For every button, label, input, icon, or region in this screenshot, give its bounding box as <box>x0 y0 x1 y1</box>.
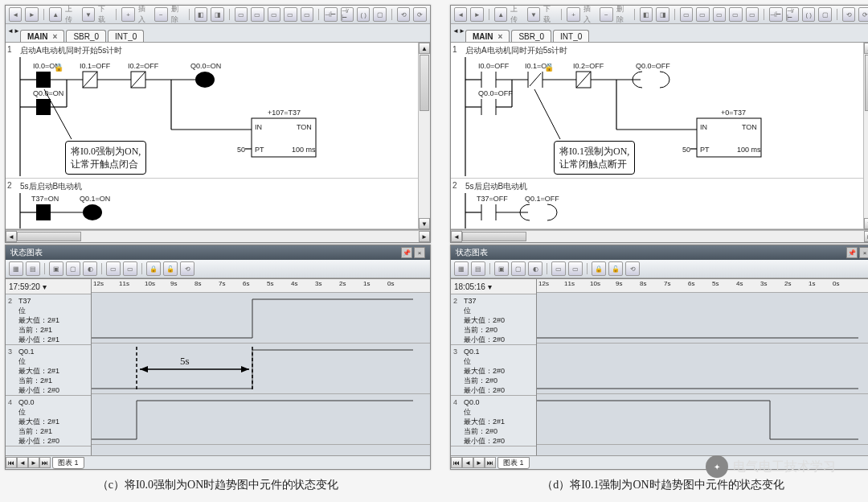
contact-nc-icon[interactable]: ⊣/⊢ <box>786 7 799 22</box>
trend-var-row[interactable]: 3 Q0.1位 最大值：2#0当前：2#0最小值：2#0 <box>451 345 536 396</box>
chart-tab[interactable]: 图表 1 <box>52 457 84 469</box>
download-icon[interactable]: ▼ <box>82 7 95 22</box>
tab-sbr0[interactable]: SBR_0 <box>66 30 106 42</box>
ladder-canvas[interactable]: 1 启动A电动机同时开始5s计时 I0.0=OFF I0.1=ON🔒 I0.2=… <box>451 43 868 230</box>
tool-icon[interactable]: ⟳ <box>858 7 868 22</box>
tool-icon[interactable]: ▢ <box>66 261 80 276</box>
nav-first-icon[interactable]: ⏮ <box>451 457 462 468</box>
ladder-canvas[interactable]: 1 启动A电动机同时开始5s计时 I0.0=ON 🔒 I0.1=OFF I0.2… <box>6 43 430 230</box>
tool-icon[interactable]: ▭ <box>235 7 248 22</box>
tool-icon[interactable]: ◧ <box>194 7 207 22</box>
tool-icon[interactable]: ◧ <box>640 7 653 22</box>
close-icon[interactable]: × <box>859 247 868 258</box>
tool-icon[interactable]: ▭ <box>251 7 264 22</box>
chart-tab[interactable]: 图表 1 <box>497 457 530 469</box>
tool-icon[interactable]: ▭ <box>696 7 709 22</box>
tool-icon[interactable]: ▭ <box>106 261 121 276</box>
tab-nav-right-icon[interactable]: ► <box>14 27 20 35</box>
nav-first-icon[interactable]: ⏮ <box>6 457 17 468</box>
pin-icon[interactable]: 📌 <box>401 247 412 258</box>
tool-icon[interactable]: 🔒 <box>592 261 606 276</box>
delete-icon[interactable]: − <box>154 7 167 22</box>
nav-next-icon[interactable]: ► <box>473 457 485 468</box>
tool-icon[interactable]: ▭ <box>729 7 742 22</box>
vertical-scrollbar[interactable]: ▲ ▼ <box>418 43 430 229</box>
insert-icon[interactable]: + <box>567 7 579 22</box>
scroll-down-icon[interactable]: ▼ <box>419 218 430 229</box>
tool-icon[interactable]: ◐ <box>528 261 542 276</box>
pin-icon[interactable]: 📌 <box>846 247 858 258</box>
tool-icon[interactable]: ⟲ <box>180 261 194 276</box>
tool-icon[interactable]: ◨ <box>656 7 669 22</box>
tool-icon[interactable]: ▤ <box>26 261 40 276</box>
contact-nc-icon[interactable]: ⊣/⊢ <box>341 7 354 22</box>
coil-icon[interactable]: ( ) <box>357 7 370 22</box>
back-icon[interactable]: ◄ <box>9 7 22 22</box>
tool-icon[interactable]: ⟳ <box>413 7 426 22</box>
close-icon[interactable]: × <box>498 32 503 41</box>
close-icon[interactable]: × <box>414 247 425 258</box>
tool-icon[interactable]: ▭ <box>123 261 137 276</box>
tab-sbr0[interactable]: SBR_0 <box>511 30 551 42</box>
trend-chart[interactable]: 12s11s 10s9s 8s7s 6s5s 4s3s 2s1s 0s <box>537 278 868 455</box>
tool-icon[interactable]: ⟲ <box>842 7 855 22</box>
tab-nav-right-icon[interactable]: ► <box>459 27 465 35</box>
fwd-icon[interactable]: ► <box>470 7 483 22</box>
fwd-icon[interactable]: ► <box>25 7 38 22</box>
trend-chart[interactable]: 12s11s 10s9s 8s7s 6s5s 4s3s 2s1s 0s <box>92 278 430 455</box>
tab-int0[interactable]: INT_0 <box>108 30 144 42</box>
download-icon[interactable]: ▼ <box>527 7 540 22</box>
tool-icon[interactable]: ▦ <box>9 261 23 276</box>
horizontal-scrollbar[interactable]: ◄ ► <box>451 230 868 242</box>
coil-icon[interactable]: ( ) <box>802 7 815 22</box>
tab-main[interactable]: MAIN× <box>465 30 510 42</box>
scroll-left-icon[interactable]: ◄ <box>451 231 462 242</box>
tool-icon[interactable]: ▭ <box>284 7 297 22</box>
back-icon[interactable]: ◄ <box>454 7 467 22</box>
trend-var-row[interactable]: 4 Q0.0位 最大值：2#1当前：2#0最小值：2#0 <box>451 396 536 446</box>
nav-last-icon[interactable]: ⏭ <box>39 457 51 468</box>
tool-icon[interactable]: ▣ <box>494 261 509 276</box>
scroll-down-icon[interactable]: ▼ <box>864 218 868 229</box>
nav-prev-icon[interactable]: ◄ <box>17 457 28 468</box>
tool-icon[interactable]: 🔓 <box>608 261 623 276</box>
tool-icon[interactable]: ▢ <box>511 261 526 276</box>
tab-nav-left-icon[interactable]: ◄ <box>452 27 459 35</box>
tool-icon[interactable]: ▭ <box>746 7 759 22</box>
upload-icon[interactable]: ▲ <box>49 7 62 22</box>
box-icon[interactable]: ▢ <box>818 7 831 22</box>
nav-last-icon[interactable]: ⏭ <box>485 457 496 468</box>
tool-icon[interactable]: ▭ <box>268 7 280 22</box>
trend-var-row[interactable]: 2 T37位 最大值：2#0当前：2#0最小值：2#0 <box>451 294 536 345</box>
tool-icon[interactable]: 🔓 <box>163 261 178 276</box>
tool-icon[interactable]: ▭ <box>551 261 566 276</box>
tool-icon[interactable]: ▣ <box>49 261 63 276</box>
tool-icon[interactable]: ▤ <box>471 261 485 276</box>
upload-icon[interactable]: ▲ <box>494 7 507 22</box>
tool-icon[interactable]: ▭ <box>568 261 583 276</box>
trend-var-row[interactable]: 3 Q0.1位 最大值：2#1当前：2#1最小值：2#0 <box>6 345 91 396</box>
scroll-right-icon[interactable]: ► <box>864 231 868 242</box>
scroll-up-icon[interactable]: ▲ <box>864 43 868 54</box>
nav-prev-icon[interactable]: ◄ <box>462 457 473 468</box>
trend-var-row[interactable]: 2 T37位 最大值：2#1当前：2#1最小值：2#1 <box>6 294 91 345</box>
horizontal-scrollbar[interactable]: ◄ ► <box>6 230 430 242</box>
tool-icon[interactable]: ◨ <box>211 7 223 22</box>
delete-icon[interactable]: − <box>600 7 612 22</box>
insert-icon[interactable]: + <box>121 7 134 22</box>
tool-icon[interactable]: ▭ <box>680 7 693 22</box>
nav-next-icon[interactable]: ► <box>28 457 39 468</box>
tab-int0[interactable]: INT_0 <box>553 30 589 42</box>
tool-icon[interactable]: ⟲ <box>397 7 410 22</box>
tool-icon[interactable]: ⟲ <box>625 261 640 276</box>
trend-var-row[interactable]: 4 Q0.0位 最大值：2#1当前：2#1最小值：2#0 <box>6 396 91 446</box>
tool-icon[interactable]: ▦ <box>454 261 469 276</box>
scroll-right-icon[interactable]: ► <box>419 231 430 242</box>
tool-icon[interactable]: ▭ <box>713 7 726 22</box>
tool-icon[interactable]: ▭ <box>301 7 313 22</box>
tool-icon[interactable]: ◐ <box>83 261 97 276</box>
tab-nav-left-icon[interactable]: ◄ <box>7 27 14 35</box>
scroll-left-icon[interactable]: ◄ <box>6 231 17 242</box>
contact-no-icon[interactable]: ⊣⊢ <box>324 7 337 22</box>
tab-main[interactable]: MAIN× <box>20 30 64 42</box>
